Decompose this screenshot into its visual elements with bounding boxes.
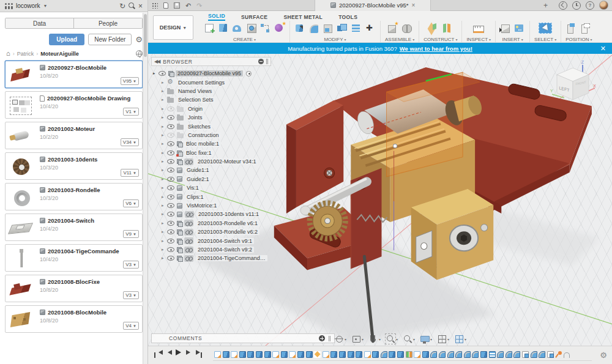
measure-icon[interactable] <box>473 23 484 33</box>
visibility-eye-icon[interactable] <box>167 221 174 226</box>
timeline-feature-icon[interactable] <box>489 351 496 358</box>
construction-axis-icon[interactable] <box>442 23 453 33</box>
timeline-feature-icon[interactable] <box>247 351 254 358</box>
disclosure-arrow-icon[interactable]: ▸ <box>162 106 167 111</box>
browser-tree-row[interactable]: ▸ Named Views <box>151 87 271 95</box>
timeline-feature-icon[interactable] <box>513 351 520 358</box>
browser-tree-row[interactable]: ▸ Guide2:1 <box>151 175 271 184</box>
node-label[interactable]: Guide2:1 <box>185 176 211 182</box>
browser-tree-row[interactable]: ▸ 20201004-Switch v9:1 <box>151 236 271 245</box>
disclosure-arrow-icon[interactable]: ▸ <box>162 221 167 226</box>
timeline-feature-icon[interactable] <box>447 351 454 358</box>
timeline-feature-icon[interactable] <box>256 351 263 358</box>
timeline-feature-icon[interactable] <box>214 351 221 358</box>
browser-tree-row[interactable]: ▸ Clips:1 <box>151 192 271 201</box>
job-status-icon[interactable] <box>572 1 581 10</box>
node-label[interactable]: 20201002-Moteur v34:1 <box>196 158 258 165</box>
canvas-icon[interactable] <box>514 23 525 33</box>
timeline-feature-icon[interactable] <box>264 351 271 358</box>
new-tab-icon[interactable]: + <box>543 1 548 10</box>
version-dropdown[interactable]: V34 ▼ <box>121 138 139 146</box>
visibility-eye-icon[interactable] <box>167 203 174 208</box>
browser-grip-handle[interactable] <box>266 59 268 64</box>
timeline-feature-icon[interactable] <box>289 351 296 358</box>
playback-button[interactable] <box>163 351 173 359</box>
browser-tree-row[interactable]: ▸ 20201003-Rondelle v6:2 <box>151 228 271 236</box>
share-globe-icon[interactable] <box>136 50 143 57</box>
quick-access-icon[interactable] <box>163 2 168 9</box>
disclosure-arrow-icon[interactable]: ▸ <box>162 80 167 85</box>
visibility-eye-icon[interactable] <box>167 229 174 234</box>
browser-tree-row[interactable]: ▸ 20201004-TigeCommand… <box>151 254 271 262</box>
workspace-name[interactable]: locowork <box>16 2 40 9</box>
disclosure-arrow-icon[interactable]: ▸ <box>162 195 167 199</box>
navbar-button[interactable]: ▾ <box>455 335 466 343</box>
panel-scrollbar-thumb[interactable] <box>144 14 147 57</box>
timeline-feature-icon[interactable] <box>281 351 288 358</box>
timeline-feature-icon[interactable] <box>522 351 529 358</box>
ribbon-tab[interactable]: SOLID <box>208 13 225 21</box>
browser-tree-row[interactable]: ▸ 20201002-Moteur v34:1 <box>151 157 271 166</box>
file-card[interactable]: 20201003-Rondelle 10/3/20 V6 ▼ <box>5 183 143 210</box>
navbar-button[interactable]: ▾ <box>335 335 346 343</box>
timeline-feature-icon[interactable] <box>389 351 395 358</box>
ribbon-tab[interactable]: SHEET METAL <box>283 14 323 21</box>
disclosure-arrow-icon[interactable]: ▸ <box>162 229 167 234</box>
node-label[interactable]: 20201004-TigeCommand… <box>196 255 267 261</box>
browser-tree-row[interactable]: ▸ Construction <box>151 131 271 139</box>
move-copy-icon[interactable] <box>365 23 376 33</box>
visibility-eye-icon[interactable] <box>167 115 174 120</box>
timeline-feature-icon[interactable] <box>381 351 387 358</box>
node-label[interactable]: Selection Sets <box>176 97 215 103</box>
browser-tree-row[interactable]: ▸ Sketches <box>151 122 271 130</box>
node-label[interactable]: 20200927-BlocMobile v95 <box>176 70 243 76</box>
navbar-button[interactable]: ▾ <box>386 335 398 343</box>
upload-button[interactable]: Upload <box>49 34 84 45</box>
version-dropdown[interactable]: V6 ▼ <box>123 199 139 207</box>
fillet-icon[interactable] <box>308 23 319 33</box>
node-label[interactable]: Sketches <box>186 124 212 130</box>
node-label[interactable]: Document Settings <box>176 80 226 86</box>
visibility-eye-icon[interactable] <box>167 177 174 182</box>
disclosure-arrow-icon[interactable]: ▸ <box>162 168 167 173</box>
disclosure-arrow-icon[interactable]: ▸ <box>162 185 167 190</box>
version-dropdown[interactable]: V9 ▼ <box>123 230 139 238</box>
3d-viewport[interactable]: ◀◀ BROWSER ▸ 20200927-BlocMobile v95 <box>148 54 612 346</box>
ribbon-tab[interactable]: SURFACE <box>241 14 267 21</box>
capture-position-icon[interactable] <box>566 23 577 33</box>
timeline-feature-icon[interactable] <box>564 352 570 358</box>
file-card[interactable]: 20201003-10dents 10/3/20 V11 ▼ <box>5 152 143 180</box>
visibility-eye-icon[interactable] <box>167 124 174 129</box>
construct-group-label[interactable]: CONSTRUCT <box>424 37 457 42</box>
timeline-feature-icon[interactable] <box>497 351 504 358</box>
browser-tree-row[interactable]: ▸ 20201004-Switch v9:2 <box>151 245 271 254</box>
revolve-icon[interactable] <box>232 23 243 33</box>
file-card[interactable]: 20201008-BlocFixe 10/8/20 V3 ▼ <box>5 275 143 302</box>
visibility-eye-icon[interactable] <box>167 256 174 261</box>
new-folder-button[interactable]: New Folder <box>88 34 132 45</box>
home-icon[interactable]: ⌂ <box>6 51 10 56</box>
search-icon[interactable] <box>129 2 135 9</box>
browser-tree-row[interactable]: ▸ VisMotrice:1 <box>151 201 271 210</box>
playback-button[interactable] <box>184 351 193 359</box>
refresh-icon[interactable]: ↻ <box>119 3 125 9</box>
timeline-feature-icon[interactable] <box>223 351 230 358</box>
node-label[interactable]: Construction <box>186 132 221 138</box>
node-label[interactable]: Joints <box>186 114 204 121</box>
visibility-eye-icon[interactable] <box>167 159 174 164</box>
timeline-settings-gear-icon[interactable]: ⚙ <box>600 351 607 359</box>
navbar-button[interactable]: ▾ <box>420 335 432 343</box>
timeline-feature-icon[interactable] <box>397 351 404 358</box>
visibility-eye-icon[interactable] <box>167 195 174 199</box>
comments-grip-handle[interactable] <box>329 336 330 341</box>
panel-tab[interactable]: People <box>73 18 142 28</box>
browser-tree-row[interactable]: ▸ Joints <box>151 113 271 122</box>
inspect-group-label[interactable]: INSPECT <box>466 37 491 42</box>
timeline-feature-icon[interactable] <box>406 351 412 358</box>
visibility-eye-icon[interactable] <box>167 247 174 252</box>
playback-button[interactable] <box>174 351 183 359</box>
timeline-feature-icon[interactable] <box>348 351 354 358</box>
playback-button[interactable] <box>195 351 204 359</box>
visibility-eye-icon[interactable] <box>167 133 174 138</box>
modify-group-label[interactable]: MODIFY <box>324 37 346 42</box>
